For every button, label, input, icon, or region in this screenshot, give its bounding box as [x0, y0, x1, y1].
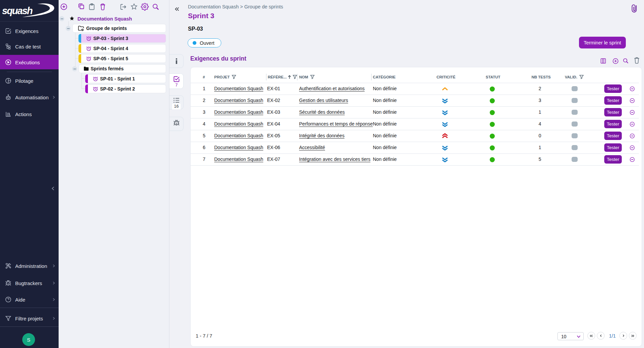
svg-text:squash: squash — [2, 5, 33, 16]
